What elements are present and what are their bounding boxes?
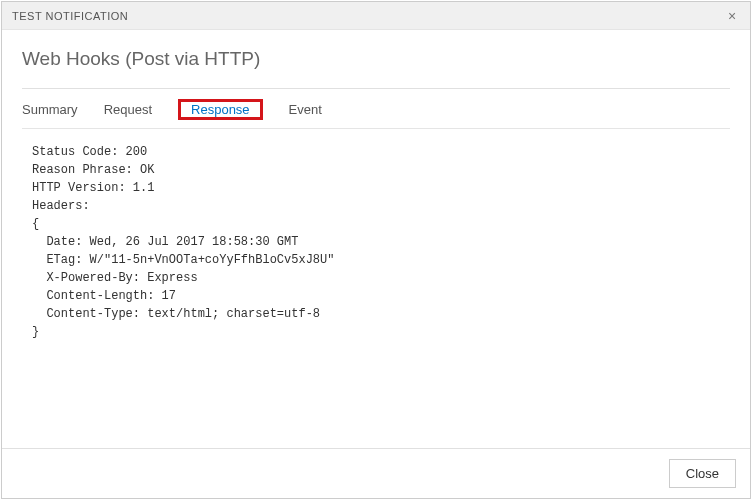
close-icon[interactable]: × [722, 9, 742, 23]
tab-summary[interactable]: Summary [22, 102, 78, 117]
dialog-content: Web Hooks (Post via HTTP) Summary Reques… [2, 30, 750, 448]
tab-request[interactable]: Request [104, 102, 152, 117]
page-title: Web Hooks (Post via HTTP) [22, 48, 730, 70]
tab-event[interactable]: Event [289, 102, 322, 117]
highlight-box: Response [178, 99, 263, 120]
response-body: Status Code: 200 Reason Phrase: OK HTTP … [22, 129, 730, 438]
close-button[interactable]: Close [669, 459, 736, 488]
tab-bar: Summary Request Response Event [22, 89, 730, 129]
titlebar: TEST NOTIFICATION × [2, 2, 750, 30]
dialog: TEST NOTIFICATION × Web Hooks (Post via … [1, 1, 751, 499]
dialog-footer: Close [2, 448, 750, 498]
tab-response[interactable]: Response [181, 98, 260, 121]
dialog-title: TEST NOTIFICATION [12, 10, 128, 22]
